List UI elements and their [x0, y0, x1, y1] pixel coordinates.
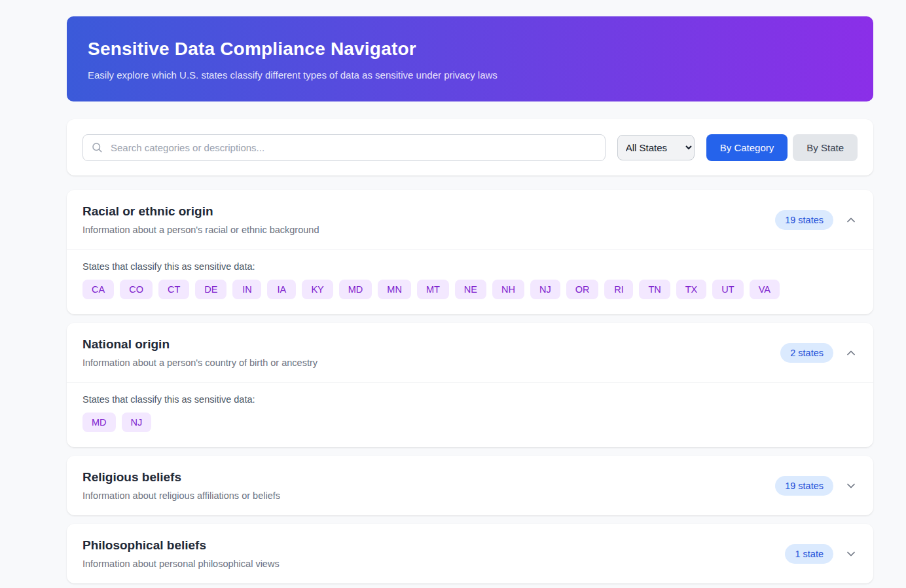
state-chip: RI: [604, 280, 633, 299]
states-label: States that classify this as sensitive d…: [82, 394, 858, 405]
state-chip: IN: [232, 280, 261, 299]
category-card-right: 1 state: [785, 544, 858, 564]
state-chip: MN: [378, 280, 411, 299]
state-chip: KY: [302, 280, 333, 299]
category-card-text: Religious beliefs Information about reli…: [82, 470, 280, 501]
category-card-header[interactable]: Philosophical beliefs Information about …: [67, 524, 873, 583]
category-card-text: National origin Information about a pers…: [82, 337, 317, 368]
category-card-right: 19 states: [775, 210, 858, 230]
category-card-header[interactable]: National origin Information about a pers…: [67, 323, 873, 382]
category-title: Religious beliefs: [82, 470, 280, 485]
search-input[interactable]: [82, 134, 606, 161]
category-title: Racial or ethnic origin: [82, 204, 319, 219]
chevron-icon[interactable]: [844, 479, 858, 492]
category-card-right: 19 states: [775, 476, 858, 496]
state-chip: TX: [676, 280, 707, 299]
search-wrap: [82, 134, 606, 161]
state-chip: UT: [712, 280, 743, 299]
state-chip: OR: [566, 280, 599, 299]
chevron-icon[interactable]: [844, 213, 858, 227]
category-card-right: 2 states: [780, 343, 858, 363]
category-title: Philosophical beliefs: [82, 538, 280, 553]
chevron-icon[interactable]: [844, 346, 858, 359]
category-title: National origin: [82, 337, 317, 352]
state-chip: VA: [750, 280, 780, 299]
category-description: Information about a person's racial or e…: [82, 225, 319, 235]
state-chips: MDNJ: [82, 413, 858, 432]
category-description: Information about personal philosophical…: [82, 559, 280, 569]
category-card: Philosophical beliefs Information about …: [67, 524, 873, 583]
page-title: Sensitive Data Compliance Navigator: [88, 39, 852, 60]
state-chip: IA: [267, 280, 296, 299]
hero-banner: Sensitive Data Compliance Navigator Easi…: [67, 16, 873, 101]
chevron-icon[interactable]: [844, 547, 858, 560]
category-card: National origin Information about a pers…: [67, 323, 873, 447]
state-chip: TN: [639, 280, 670, 299]
category-card-text: Philosophical beliefs Information about …: [82, 538, 280, 569]
state-chip: DE: [195, 280, 226, 299]
by-category-button[interactable]: By Category: [706, 134, 788, 161]
state-chip: MT: [417, 280, 449, 299]
expanded-states-section: States that classify this as sensitive d…: [67, 382, 873, 447]
state-filter-select[interactable]: All States: [617, 135, 695, 160]
state-chip: MD: [82, 413, 116, 432]
category-card-header[interactable]: Racial or ethnic origin Information abou…: [67, 190, 873, 249]
state-count-badge: 2 states: [780, 343, 833, 363]
category-card: Racial or ethnic origin Information abou…: [67, 190, 873, 314]
state-chip: NE: [455, 280, 486, 299]
state-count-badge: 1 state: [785, 544, 833, 564]
state-chip: NH: [492, 280, 524, 299]
states-label: States that classify this as sensitive d…: [82, 261, 858, 272]
page: Sensitive Data Compliance Navigator Easi…: [67, 0, 873, 588]
expanded-states-section: States that classify this as sensitive d…: [67, 249, 873, 314]
state-count-badge: 19 states: [775, 210, 833, 230]
category-description: Information about a person's country of …: [82, 358, 317, 368]
state-count-badge: 19 states: [775, 476, 833, 496]
state-chip: CO: [120, 280, 153, 299]
state-chip: MD: [339, 280, 372, 299]
category-card-text: Racial or ethnic origin Information abou…: [82, 204, 319, 235]
state-chip: NJ: [530, 280, 560, 299]
page-subtitle: Easily explore which U.S. states classif…: [88, 69, 852, 81]
category-card-header[interactable]: Religious beliefs Information about reli…: [67, 456, 873, 515]
state-chip: NJ: [122, 413, 152, 432]
state-chip: CA: [82, 280, 114, 299]
state-chip: CT: [158, 280, 189, 299]
by-state-button[interactable]: By State: [793, 134, 858, 161]
category-card: Religious beliefs Information about reli…: [67, 456, 873, 515]
category-list: Racial or ethnic origin Information abou…: [67, 190, 873, 588]
search-icon: [91, 141, 103, 153]
state-chips: CACOCTDEINIAKYMDMNMTNENHNJORRITNTXUTVA: [82, 280, 858, 299]
category-description: Information about religious affiliations…: [82, 490, 280, 501]
filter-bar: All States By Category By State: [67, 119, 873, 175]
